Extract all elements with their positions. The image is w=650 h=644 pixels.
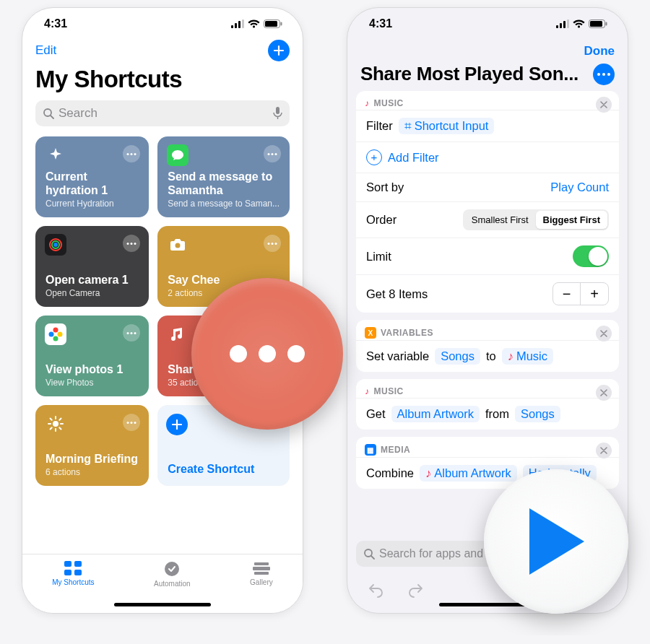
svg-rect-49 [64, 561, 72, 567]
order-option-biggest[interactable]: Biggest First [536, 211, 607, 229]
svg-point-48 [134, 422, 136, 424]
action-text: to [486, 349, 496, 363]
add-shortcut-button[interactable] [268, 40, 290, 61]
status-indicators [556, 19, 607, 28]
close-icon [600, 101, 607, 108]
input-icon: ⌗ [404, 119, 412, 133]
svg-rect-57 [556, 25, 558, 28]
action-get-artwork[interactable]: ♪ MUSIC Get Album Artwork from Songs [356, 379, 619, 430]
svg-rect-52 [74, 570, 82, 575]
card-subtitle: 6 actions [46, 467, 139, 477]
actions-list[interactable]: ♪ MUSIC Filter ⌗ Shortcut Input + Add Fi… [347, 91, 628, 536]
svg-point-12 [131, 153, 133, 155]
svg-rect-58 [560, 23, 562, 28]
svg-rect-59 [563, 21, 566, 28]
shortcut-card[interactable]: Open camera 1Open Camera [35, 226, 149, 307]
home-indicator[interactable] [114, 603, 211, 606]
songs-token[interactable]: Songs [515, 406, 560, 422]
limit-toggle[interactable] [573, 245, 609, 267]
callout-run-shortcut [484, 469, 628, 614]
shortcut-card[interactable]: View photos 1View Photos [35, 316, 149, 396]
items-stepper[interactable]: − + [552, 282, 609, 305]
stepper-minus[interactable]: − [553, 283, 581, 305]
add-filter-button[interactable]: + Add Filter [356, 142, 619, 173]
sort-by-value[interactable]: Play Count [550, 180, 609, 194]
variable-name-token[interactable]: Songs [435, 348, 480, 365]
action-text: Set variable [366, 349, 429, 363]
svg-point-46 [127, 422, 129, 424]
action-filter-music[interactable]: ♪ MUSIC Filter ⌗ Shortcut Input + Add Fi… [356, 91, 619, 313]
mic-icon[interactable] [273, 107, 282, 120]
card-more-button[interactable] [123, 235, 140, 252]
tab-label: Automation [154, 580, 191, 588]
action-set-variable[interactable]: x VARIABLES Set variable Songs to ♪ Musi… [356, 320, 619, 372]
media-token-a[interactable]: ♪ Album Artwork [420, 465, 517, 482]
battery-icon [589, 19, 607, 28]
card-more-button[interactable] [123, 145, 140, 162]
delete-action-button[interactable] [596, 385, 612, 401]
card-title: Open camera 1 [46, 274, 139, 287]
svg-point-64 [597, 73, 600, 76]
limit-label: Limit [366, 250, 391, 264]
svg-point-31 [127, 332, 129, 334]
card-more-button[interactable] [264, 235, 281, 252]
delete-action-button[interactable] [596, 443, 612, 458]
svg-rect-2 [238, 21, 240, 28]
tab-label: Gallery [250, 578, 273, 586]
tab-my-shortcuts[interactable]: My Shortcuts [52, 560, 94, 586]
undo-button[interactable] [368, 581, 385, 599]
svg-point-21 [131, 243, 133, 245]
svg-line-8 [51, 116, 53, 118]
photos-icon [44, 323, 67, 346]
action-header: MUSIC [374, 98, 404, 108]
svg-point-27 [53, 328, 58, 333]
stepper-plus[interactable]: + [581, 283, 608, 305]
shortcut-title[interactable]: Share Most Played Son... [360, 63, 587, 85]
shortcut-more-button[interactable] [593, 64, 615, 85]
status-bar: 4:31 [22, 8, 303, 40]
action-header: VARIABLES [381, 328, 433, 338]
plus-icon [273, 45, 285, 56]
card-more-button[interactable] [264, 145, 281, 162]
music-icon: ♪ [508, 349, 514, 363]
shortcut-card[interactable]: Current hydration 1Current Hydration [35, 136, 149, 217]
delete-action-button[interactable] [596, 97, 612, 113]
card-more-button[interactable] [123, 414, 140, 431]
status-time: 4:31 [369, 17, 392, 30]
music-icon: ♪ [365, 98, 370, 108]
variable-value-token[interactable]: ♪ Music [502, 348, 553, 365]
callout-more-menu [191, 278, 343, 430]
delete-action-button[interactable] [596, 326, 612, 341]
card-more-button[interactable] [123, 324, 140, 341]
dots-icon [597, 73, 610, 76]
music-icon: ♪ [365, 386, 370, 396]
done-button[interactable]: Done [584, 44, 615, 58]
camera-icon [166, 233, 189, 256]
order-segment[interactable]: Smallest First Biggest First [463, 209, 609, 230]
svg-point-28 [58, 332, 63, 337]
search-field[interactable]: Search [35, 100, 290, 126]
svg-rect-56 [254, 572, 269, 575]
tab-automation[interactable]: Automation [154, 560, 191, 588]
svg-rect-9 [276, 107, 280, 114]
music-icon [166, 323, 189, 346]
order-option-smallest[interactable]: Smallest First [464, 211, 536, 229]
svg-point-13 [134, 153, 136, 155]
redo-button[interactable] [407, 581, 424, 599]
action-header: MUSIC [374, 386, 404, 396]
edit-button[interactable]: Edit [35, 43, 56, 58]
svg-point-30 [49, 332, 54, 337]
battery-icon [264, 19, 282, 28]
shortcut-card[interactable]: Send a message to SamanthaSend a message… [157, 136, 290, 217]
close-icon [600, 330, 607, 337]
svg-rect-5 [265, 21, 277, 27]
filter-input-token[interactable]: ⌗ Shortcut Input [399, 118, 495, 134]
action-text: Combine [366, 466, 414, 480]
svg-point-37 [53, 421, 58, 427]
svg-point-19 [53, 243, 58, 247]
shortcut-card[interactable]: Morning Briefing6 actions [35, 405, 149, 486]
artwork-token[interactable]: Album Artwork [391, 406, 480, 422]
tab-gallery[interactable]: Gallery [250, 560, 273, 586]
svg-point-29 [53, 336, 58, 341]
svg-line-44 [51, 427, 52, 429]
